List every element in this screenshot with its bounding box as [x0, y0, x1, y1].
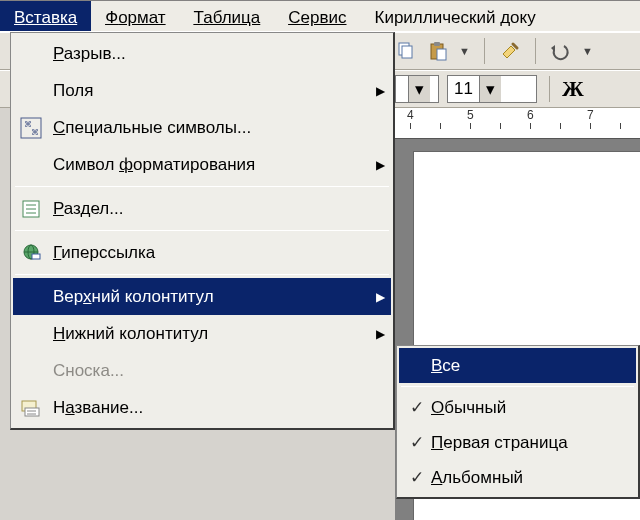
svg-rect-15	[32, 254, 40, 259]
copy-icon[interactable]	[395, 40, 417, 62]
combo-unknown[interactable]: ▾	[395, 75, 439, 103]
header-submenu: Все ✓ Обычный ✓ Первая страница ✓ Альбом…	[396, 345, 640, 499]
font-size-combo[interactable]: 11 ▾	[447, 75, 537, 103]
separator	[549, 76, 550, 102]
menu-footer[interactable]: Нижний колонтитул ▶	[13, 315, 391, 352]
menu-table[interactable]: Таблица	[180, 1, 275, 31]
svg-text:⌘: ⌘	[31, 128, 39, 137]
submenu-all[interactable]: Все	[399, 348, 636, 383]
horizontal-ruler: 4 5 6 7	[395, 108, 640, 138]
separator	[15, 186, 389, 187]
menubar: Вставка Формат Таблица Сервис Кирилличес…	[0, 0, 640, 32]
chevron-down-icon: ▾	[408, 76, 430, 102]
separator	[15, 230, 389, 231]
menu-footnote: Сноска...	[13, 352, 391, 389]
chevron-right-icon: ▶	[369, 158, 391, 172]
check-icon: ✓	[403, 397, 431, 418]
section-icon	[13, 190, 49, 227]
menu-insert[interactable]: Вставка	[0, 1, 91, 31]
svg-rect-17	[25, 408, 39, 416]
menu-service[interactable]: Сервис	[274, 1, 360, 31]
separator	[15, 274, 389, 275]
chevron-right-icon: ▶	[369, 290, 391, 304]
menu-hyperlink[interactable]: Гиперссылка	[13, 234, 391, 271]
paste-icon[interactable]	[427, 40, 449, 62]
menu-special-chars[interactable]: ⌘⌘ Специальные символы...	[13, 109, 391, 146]
menu-caption[interactable]: Название...	[13, 389, 391, 426]
menu-formatting-mark[interactable]: Символ форматирования ▶	[13, 146, 391, 183]
chevron-right-icon: ▶	[369, 84, 391, 98]
chevron-right-icon: ▶	[369, 327, 391, 341]
svg-rect-4	[437, 49, 446, 60]
menu-format[interactable]: Формат	[91, 1, 179, 31]
separator	[535, 38, 536, 64]
menu-break[interactable]: Разрыв...	[13, 35, 391, 72]
bold-button[interactable]: Ж	[562, 76, 584, 102]
svg-rect-1	[402, 46, 412, 58]
separator	[484, 38, 485, 64]
insert-dropdown: Разрыв... Поля ▶ ⌘⌘ Специальные символы.…	[10, 32, 395, 430]
submenu-default[interactable]: ✓ Обычный	[399, 390, 636, 425]
submenu-first-page[interactable]: ✓ Первая страница	[399, 425, 636, 460]
format-paintbrush-icon[interactable]	[499, 40, 521, 62]
menu-fields[interactable]: Поля ▶	[13, 72, 391, 109]
check-icon: ✓	[403, 432, 431, 453]
menu-cyrillic-doc[interactable]: Кириллический доку	[361, 1, 550, 31]
link-icon	[13, 234, 49, 271]
caption-icon	[13, 389, 49, 426]
check-icon: ✓	[403, 467, 431, 488]
svg-rect-3	[434, 42, 440, 46]
menu-section[interactable]: Раздел...	[13, 190, 391, 227]
font-size-value: 11	[448, 79, 479, 99]
undo-icon[interactable]	[550, 40, 572, 62]
special-chars-icon: ⌘⌘	[13, 109, 49, 146]
separator	[401, 386, 634, 387]
chevron-down-icon: ▾	[479, 76, 501, 102]
menu-header[interactable]: Верхний колонтитул ▶	[13, 278, 391, 315]
submenu-landscape[interactable]: ✓ Альбомный	[399, 460, 636, 495]
